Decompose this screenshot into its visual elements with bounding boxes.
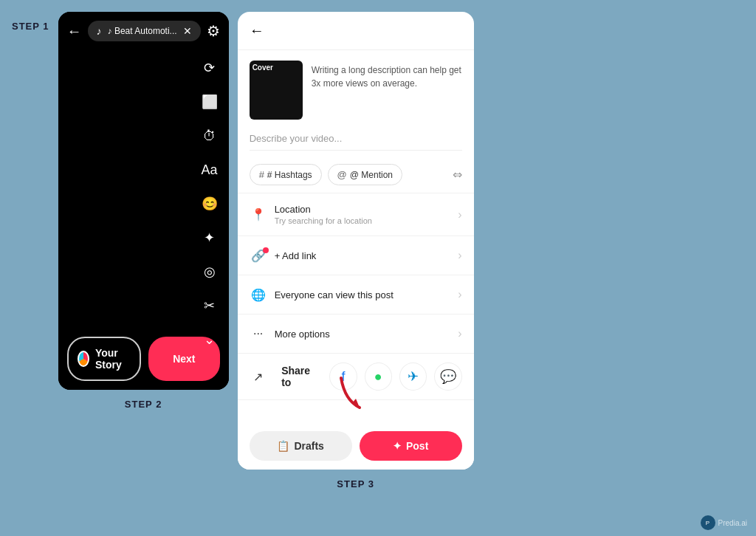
tags-row: # # Hashtags @ @ Mention ⇔ [238,157,474,193]
post-button[interactable]: ✦ Post [360,431,462,461]
editor-container: ← ♪ ♪ Beat Automoti... ✕ ⚙ ⟳ ⬜ ⏱ Aa [58,12,229,390]
editor-tools: ⟳ ⬜ ⏱ Aa 😊 ✦ ◎ ✂ ⌄ [198,56,221,351]
location-title: Location [275,204,458,215]
rotate-tool-icon[interactable]: ⟳ [198,56,221,80]
add-link-title: + Add link [275,250,458,261]
filter-tool-icon[interactable]: ◎ [198,260,221,284]
editor-header: ← ♪ ♪ Beat Automoti... ✕ ⚙ [58,12,229,50]
telegram-share-button[interactable]: ✈ [399,363,427,391]
description-placeholder[interactable]: Describe your video... [250,133,462,151]
mention-label: @ Mention [350,170,393,180]
mention-symbol: @ [337,169,347,180]
globe-icon: 🌐 [250,286,267,303]
add-link-dot [263,247,269,253]
post-settings-header: ← [238,12,474,50]
location-icon: 📍 [250,206,267,224]
message-share-button[interactable]: 💬 [434,363,461,391]
post-back-button[interactable]: ← [250,22,264,39]
watermark: P Predia.ai [701,515,747,530]
location-text: Location Try searching for a location [275,204,458,225]
audio-title: ♪ Beat Automoti... [108,26,177,36]
effects-tool-icon[interactable]: ✦ [198,226,221,250]
sparkle-icon: ✦ [393,440,402,452]
bottom-actions: 📋 Drafts ✦ Post [238,422,474,470]
more-options-chevron-icon: › [458,327,461,340]
flip-tool-icon[interactable]: ⬜ [198,90,221,114]
your-story-button[interactable]: Your Story [67,337,142,381]
cover-description: Writing a long description can help get … [312,61,462,120]
description-area: Describe your video... [238,130,474,157]
cover-section: Cover Writing a long description can hel… [238,50,474,130]
watermark-logo: P [701,515,715,530]
expand-tags-icon[interactable]: ⇔ [453,168,462,182]
story-circle-icon [78,351,89,367]
audio-pill[interactable]: ♪ ♪ Beat Automoti... ✕ [88,21,201,41]
step3-phone: ← Cover Writing a long description can h… [238,12,474,470]
more-options-icon: ··· [250,325,267,343]
location-chevron-icon: › [458,208,461,221]
visibility-row[interactable]: 🌐 Everyone can view this post › [238,275,474,315]
editor-back-button[interactable]: ← [67,23,82,40]
hashtags-button[interactable]: # # Hashtags [250,164,322,185]
location-row[interactable]: 📍 Location Try searching for a location … [238,193,474,236]
more-tools-icon[interactable]: ⌄ [198,328,221,351]
add-link-chevron-icon: › [458,249,461,262]
main-container: STEM Explore Following For You 🔍 Green [12,12,744,524]
hashtags-label: # Hashtags [267,170,312,180]
red-arrow-icon [334,371,378,415]
drafts-icon: 📋 [277,440,289,452]
visibility-chevron-icon: › [458,288,461,301]
mention-button[interactable]: @ @ Mention [328,164,402,185]
visibility-title: Everyone can view this post [275,289,458,300]
cover-label: Cover [252,63,273,72]
step1-label: STEP 1 [12,21,49,32]
more-options-title: More options [275,329,458,340]
step3-panel: ← Cover Writing a long description can h… [238,12,474,489]
music-note-icon: ♪ [97,25,102,37]
settings-gear-icon[interactable]: ⚙ [207,22,220,40]
share-to-icon: ↗ [250,368,267,385]
step2-panel: ← ♪ ♪ Beat Automoti... ✕ ⚙ ⟳ ⬜ ⏱ Aa [58,12,229,410]
step1-panel: STEM Explore Following For You 🔍 Green [12,12,49,32]
step2-phone: ← ♪ ♪ Beat Automoti... ✕ ⚙ ⟳ ⬜ ⏱ Aa [58,12,229,390]
link-icon: 🔗 [250,247,267,264]
add-link-row[interactable]: 🔗 + Add link › [238,236,474,275]
text-tool-icon[interactable]: Aa [198,158,221,182]
visibility-text: Everyone can view this post [275,289,458,300]
audio-close-icon[interactable]: ✕ [183,25,192,37]
add-link-text: + Add link [275,250,458,261]
timer-tool-icon[interactable]: ⏱ [198,124,221,148]
sticker-tool-icon[interactable]: 😊 [198,192,221,216]
crop-tool-icon[interactable]: ✂ [198,294,221,317]
step3-label: STEP 3 [337,478,374,489]
watermark-text: Predia.ai [718,519,747,527]
drafts-button[interactable]: 📋 Drafts [250,431,352,461]
more-options-text: More options [275,329,458,340]
more-options-row[interactable]: ··· More options › [238,315,474,354]
share-to-title: Share to [281,365,322,388]
step2-label: STEP 2 [125,399,162,410]
hashtag-symbol: # [259,169,264,180]
add-link-container: 🔗 [251,249,266,263]
cover-thumbnail[interactable]: Cover [250,61,303,120]
arrow-annotation [334,371,378,418]
location-subtitle: Try searching for a location [275,216,458,225]
